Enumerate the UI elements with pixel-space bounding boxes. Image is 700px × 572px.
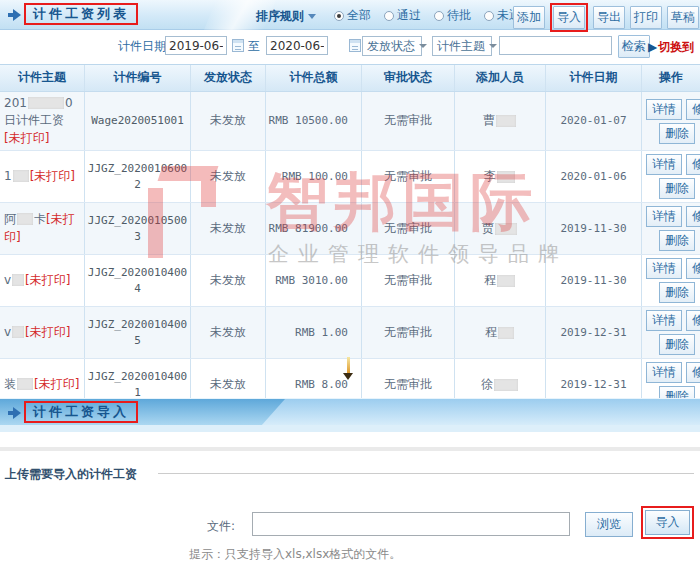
sort-rules-dropdown[interactable]: 排序规则 — [256, 8, 316, 25]
cell-date: 2020-01-06 — [546, 151, 642, 202]
detail-button[interactable]: 详情 — [646, 206, 682, 227]
radio-icon[interactable] — [434, 11, 444, 21]
table-header-row: 计件主题 计件编号 发放状态 计件总额 审批状态 添加人员 计件日期 操作 — [0, 65, 700, 92]
list-title-block: 计件工资列表 — [8, 3, 138, 25]
col-subject: 计件主题 — [0, 65, 85, 91]
cell-code: Wage2020051001 — [85, 92, 191, 150]
redacted-block — [17, 378, 33, 390]
table-row: 阿卡[未打印] JJGZ_2020010500 3 未发放 RMB 81900.… — [0, 203, 700, 255]
delete-button[interactable]: 删除 — [659, 123, 695, 144]
cell-amount: RMB 10500.00 — [266, 92, 362, 150]
col-date: 计件日期 — [546, 65, 642, 91]
import-button-bottom[interactable]: 导入 — [645, 510, 690, 535]
print-button[interactable]: 打印 — [630, 6, 662, 29]
detail-button[interactable]: 详情 — [646, 310, 682, 331]
cell-person: 曹 — [455, 92, 546, 150]
delete-button[interactable]: 删除 — [659, 230, 695, 251]
edit-button[interactable]: 修改 — [686, 99, 700, 120]
import-title-block: 计件工资导入 — [8, 401, 138, 423]
col-actions: 操作 — [642, 65, 700, 91]
cell-amount: RMB 1.00 — [266, 307, 362, 358]
import-section-title: 计件工资导入 — [26, 403, 136, 420]
detail-button[interactable]: 详情 — [646, 154, 682, 175]
redacted-block — [494, 379, 518, 391]
detail-button[interactable]: 详情 — [646, 99, 682, 120]
cell-approval: 无需审批 — [362, 92, 455, 150]
cell-person: 贾 — [455, 203, 546, 254]
cell-status: 未发放 — [191, 92, 266, 150]
table-row: 2010日计件工资[未打印] Wage2020051001 未发放 RMB 10… — [0, 92, 700, 151]
edit-button[interactable]: 修改 — [686, 258, 700, 279]
import-button-top[interactable]: 导入 — [553, 6, 585, 29]
edit-button[interactable]: 修改 — [686, 154, 700, 175]
title-annotation-box: 计件工资列表 — [24, 3, 138, 25]
import-title-annotation-box: 计件工资导入 — [24, 401, 138, 423]
date-to-input[interactable] — [266, 36, 328, 55]
export-button[interactable]: 导出 — [593, 6, 625, 29]
calendar-icon[interactable] — [232, 39, 244, 52]
cell-code: JJGZ_2020010600 2 — [85, 151, 191, 202]
redacted-block — [497, 171, 515, 183]
section-divider — [0, 447, 700, 451]
add-button[interactable]: 添加 — [513, 6, 545, 29]
import-header-bar: 计件工资导入 — [0, 398, 700, 425]
delete-button[interactable]: 删除 — [659, 334, 695, 355]
file-path-input[interactable] — [252, 512, 570, 536]
cell-approval: 无需审批 — [362, 203, 455, 254]
keyword-input[interactable] — [499, 36, 612, 55]
cell-date: 2019-11-30 — [546, 203, 642, 254]
delete-button[interactable]: 删除 — [659, 178, 695, 199]
col-amount: 计件总额 — [266, 65, 362, 91]
cell-actions: 详情 修改 删除 — [642, 307, 700, 358]
file-label: 文件: — [207, 518, 235, 535]
redacted-block — [12, 274, 24, 286]
radio-all[interactable]: 全部 — [334, 7, 371, 24]
cell-subject: 2010日计件工资[未打印] — [0, 92, 85, 150]
play-arrow-icon: ▶ — [648, 40, 657, 54]
redacted-block — [497, 275, 515, 287]
date-from-input[interactable] — [165, 36, 227, 55]
not-printed-tag: [未打印] — [25, 273, 70, 287]
edit-button[interactable]: 修改 — [686, 362, 700, 383]
detail-button[interactable]: 详情 — [646, 258, 682, 279]
payout-status-select[interactable]: 发放状态 — [362, 36, 422, 56]
not-printed-tag: [未打印] — [34, 377, 79, 391]
cell-approval: 无需审批 — [362, 307, 455, 358]
cell-amount: RMB 81900.00 — [266, 203, 362, 254]
approval-filter-radios: 全部 通过 待批 未通过 — [334, 7, 533, 24]
table-row: v[未打印] JJGZ_2020010400 4 未发放 RMB 3010.00… — [0, 255, 700, 307]
wage-table: 计件主题 计件编号 发放状态 计件总额 审批状态 添加人员 计件日期 操作 20… — [0, 64, 700, 411]
edit-button[interactable]: 修改 — [686, 310, 700, 331]
cell-person: 李 — [455, 151, 546, 202]
col-person: 添加人员 — [455, 65, 546, 91]
radio-passed[interactable]: 通过 — [384, 7, 421, 24]
edit-button[interactable]: 修改 — [686, 206, 700, 227]
cell-approval: 无需审批 — [362, 255, 455, 306]
switch-view-link[interactable]: ▶切换到 — [648, 39, 694, 56]
cell-actions: 详情 修改 删除 — [642, 92, 700, 150]
cell-amount: RMB 100.00 — [266, 151, 362, 202]
not-printed-tag: [未打印] — [25, 325, 70, 339]
redacted-block — [498, 327, 514, 339]
search-button[interactable]: 检索 — [618, 35, 650, 58]
radio-icon[interactable] — [384, 11, 394, 21]
radio-pending[interactable]: 待批 — [434, 7, 471, 24]
detail-button[interactable]: 详情 — [646, 362, 682, 383]
right-arrow-icon — [8, 407, 21, 418]
draft-button[interactable]: 草稿 — [667, 6, 699, 29]
page-title: 计件工资列表 — [26, 5, 136, 22]
header-bar-strip — [0, 425, 700, 432]
delete-button[interactable]: 删除 — [659, 282, 695, 303]
format-hint: 提示：只支持导入xls,xlsx格式的文件。 — [189, 546, 401, 563]
calendar-icon[interactable] — [349, 39, 361, 52]
date-range-label: 计件日期: — [118, 38, 170, 55]
subject-select[interactable]: 计件主题 — [432, 36, 492, 56]
chevron-down-icon — [419, 44, 427, 48]
cell-date: 2019-12-31 — [546, 307, 642, 358]
radio-icon[interactable] — [484, 11, 494, 21]
browse-button[interactable]: 浏览 — [585, 512, 633, 537]
cell-code: JJGZ_2020010400 4 — [85, 255, 191, 306]
cell-subject: v[未打印] — [0, 307, 85, 358]
redacted-block — [28, 97, 64, 109]
radio-icon-selected[interactable] — [334, 11, 344, 21]
